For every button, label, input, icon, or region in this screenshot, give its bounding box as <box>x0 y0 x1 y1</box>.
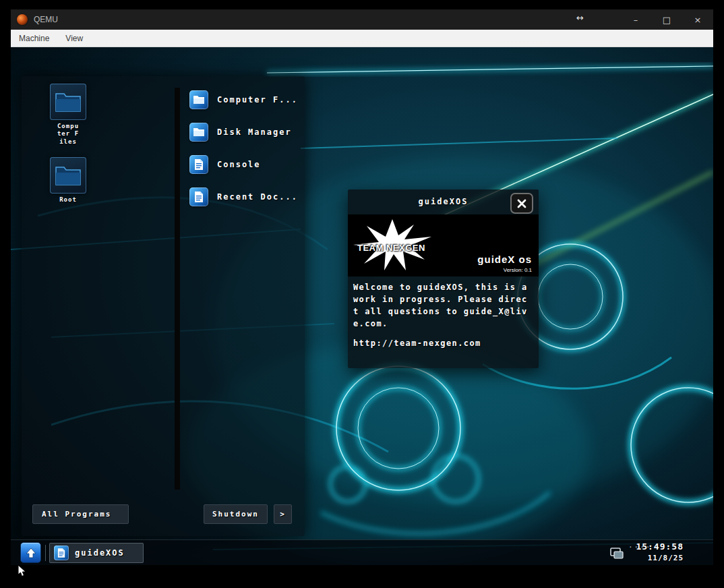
folder-icon <box>50 157 86 194</box>
folder-icon <box>189 90 208 109</box>
display-tray-icon[interactable] <box>608 544 626 562</box>
window-title: QEMU <box>34 15 58 24</box>
all-programs-button[interactable]: All Programs <box>32 504 129 524</box>
guidexos-dialog: guideXOS TEAM NEXGEN guideX os Version: … <box>348 189 539 368</box>
document-icon <box>189 155 208 174</box>
taskbar-separator <box>45 545 46 561</box>
folder-icon <box>189 123 208 142</box>
menu-item-recent-documents[interactable]: Recent Doc... <box>189 187 298 207</box>
dialog-close-button[interactable] <box>510 193 533 214</box>
screen: QEMU ↔ – □ × Machine View <box>0 0 724 588</box>
close-icon <box>517 199 526 208</box>
clock-date: 11/8/25 <box>636 553 684 564</box>
qemu-menubar: Machine View <box>11 30 713 47</box>
taskbar: guideXOS ···· 15:49:58 11/8/25 <box>11 539 713 565</box>
dialog-logo-block: TEAM NEXGEN guideX os Version: 0.1 <box>348 214 539 276</box>
shortcut-computer-files[interactable]: Computer Files <box>44 84 92 146</box>
vm-display: Computer Files Root <box>11 47 713 565</box>
version-label: Version: 0.1 <box>504 267 532 273</box>
document-icon <box>189 187 208 206</box>
mouse-cursor <box>18 565 27 577</box>
menu-item-computer-files[interactable]: Computer F... <box>189 90 298 110</box>
folder-icon <box>50 84 86 120</box>
taskbar-item-label: guideXOS <box>75 548 125 558</box>
start-menu-divider <box>175 88 180 490</box>
shortcut-label: Root <box>44 196 92 204</box>
qemu-titlebar[interactable]: QEMU ↔ – □ × <box>11 9 713 30</box>
taskbar-item-guidexos[interactable]: guideXOS <box>49 543 144 563</box>
shutdown-more-button[interactable]: > <box>274 504 292 524</box>
shortcut-root[interactable]: Root <box>44 157 92 204</box>
close-button[interactable]: × <box>682 9 713 30</box>
menu-view[interactable]: View <box>65 34 83 43</box>
minimize-button[interactable]: – <box>620 9 651 30</box>
dialog-titlebar[interactable]: guideXOS <box>348 189 539 214</box>
qemu-logo-icon <box>17 14 28 25</box>
up-arrow-icon <box>25 547 37 559</box>
window-controls: – □ × <box>620 9 713 30</box>
menu-item-console[interactable]: Console <box>189 154 261 175</box>
maximize-button[interactable]: □ <box>651 9 682 30</box>
qemu-window: QEMU ↔ – □ × Machine View <box>11 9 713 565</box>
start-button[interactable] <box>20 542 41 563</box>
dialog-website-link[interactable]: http://team-nexgen.com <box>348 339 539 348</box>
shortcut-label: Computer Files <box>44 123 92 146</box>
dialog-body-text: Welcome to guideXOS, this is a work in p… <box>348 276 539 330</box>
brand-name: guideX os <box>477 254 532 265</box>
shutdown-button[interactable]: Shutdown <box>204 504 268 524</box>
resize-arrow-icon: ↔ <box>576 13 584 23</box>
team-nexgen-logo-text: TEAM NEXGEN <box>357 243 425 253</box>
taskbar-clock[interactable]: 15:49:58 11/8/25 <box>636 541 684 564</box>
start-menu-panel: Computer Files Root <box>22 76 305 536</box>
clock-time: 15:49:58 <box>636 541 684 553</box>
document-icon <box>54 546 69 560</box>
menu-machine[interactable]: Machine <box>19 34 49 43</box>
menu-item-disk-manager[interactable]: Disk Manager <box>189 122 292 142</box>
